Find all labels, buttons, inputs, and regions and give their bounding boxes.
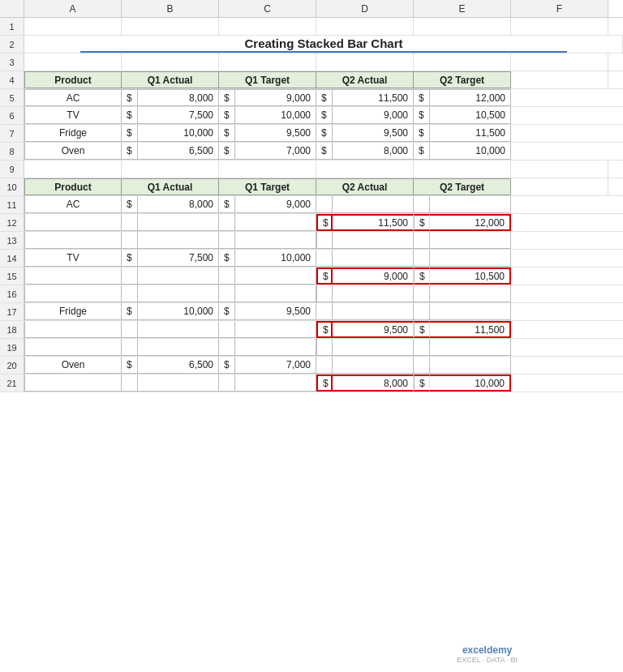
row-num-20: 20 [0, 357, 24, 375]
t2-oven-q2t-dollar: $ [414, 375, 430, 392]
t2-r2-q2a-val: 11,500 [333, 214, 414, 231]
row-13 [24, 232, 623, 250]
cell-f2 [428, 36, 526, 53]
cell-b3 [24, 54, 122, 71]
t1-r1-q1t-val: 9,000 [235, 89, 316, 106]
t2-tv-q2a-val: 9,000 [333, 268, 414, 285]
row-num-15: 15 [0, 268, 24, 285]
row-17: Fridge $ 10,000 $ 9,500 [24, 303, 623, 321]
cell-e1 [316, 18, 414, 35]
col-header-f: F [511, 0, 608, 17]
t1-header-q1t: Q1 Target [219, 71, 316, 88]
t1-r2-q1t-dollar: $ [219, 107, 235, 124]
col-header-b: B [122, 0, 219, 17]
row-2: Creating Stacked Bar Chart [24, 36, 623, 54]
watermark: exceldemy EXCEL · DATA · BI [457, 644, 518, 664]
t2-header-q2a: Q2 Actual [316, 178, 414, 195]
t2-tv-q2t-val: 10,500 [430, 268, 511, 285]
row-num-17: 17 [0, 303, 24, 321]
cell-e3 [316, 54, 414, 71]
t2-oven-q2a-val: 8,000 [333, 375, 414, 392]
t2-tv-q2t-dollar: $ [414, 268, 430, 285]
cell-f3 [414, 54, 511, 71]
cell-c1 [122, 18, 219, 35]
cell-b1 [24, 18, 122, 35]
t2-fridge-product: Fridge [24, 303, 122, 320]
cell-b2 [24, 36, 136, 53]
t1-r1-q2t-dollar: $ [414, 89, 430, 106]
row-num-6: 6 [0, 107, 24, 125]
t1-r1-q2a-val: 11,500 [333, 89, 414, 106]
t1-r1-q1a-dollar: $ [122, 89, 138, 106]
watermark-brand: exceldemy [457, 644, 518, 656]
row-19 [24, 339, 623, 357]
t1-r1-q1a-val: 8,000 [138, 89, 219, 106]
t2-oven-product: Oven [24, 357, 122, 374]
t1-r1-q1t-dollar: $ [219, 89, 235, 106]
row-21: $ 8,000 $ 10,000 [24, 375, 623, 392]
row-numbers: 1 2 3 4 5 6 7 8 9 10 11 12 13 14 15 16 1… [0, 18, 24, 392]
row-num-9: 9 [0, 161, 24, 178]
row-num-11: 11 [0, 196, 24, 214]
row-5: AC $ 8,000 $ 9,000 $ 11,500 $ 12,000 [24, 89, 623, 107]
cell-c2 [136, 36, 234, 53]
row-num-18: 18 [0, 321, 24, 339]
t1-r2-q1a-val: 7,500 [138, 107, 219, 124]
row-num-13: 13 [0, 232, 24, 250]
row-num-21: 21 [0, 375, 24, 392]
t2-header-q2t: Q2 Target [414, 178, 511, 195]
row-3 [24, 54, 623, 71]
row-6: TV $ 7,500 $ 10,000 $ 9,000 $ 10,500 [24, 107, 623, 125]
cell-d2 [234, 36, 331, 53]
col-header-c: C [219, 0, 316, 17]
column-headers: A B C D E F [0, 0, 623, 18]
col-header-e: E [414, 0, 511, 17]
t1-r2-q1a-dollar: $ [122, 107, 138, 124]
t2-fridge-q2a-val: 9,500 [333, 321, 414, 338]
row-num-16: 16 [0, 285, 24, 303]
row-num-19: 19 [0, 339, 24, 357]
t1-header-q2t: Q2 Target [414, 71, 511, 88]
row-8: Oven $ 6,500 $ 7,000 $ 8,000 $ 10,000 [24, 143, 623, 161]
t2-fridge-q2a-dollar: $ [316, 321, 333, 338]
col-header-d: D [316, 0, 414, 17]
row-num-7: 7 [0, 125, 24, 143]
t2-r2-q2a-dollar: $ [316, 214, 333, 231]
row-14: TV $ 7,500 $ 10,000 [24, 250, 623, 268]
row-4-header: Product Q1 Actual Q1 Target Q2 Actual Q2… [24, 71, 623, 89]
row-num-4: 4 [0, 71, 24, 89]
row-num-2: 2 [0, 36, 24, 54]
col-header-a: A [24, 0, 122, 17]
row-10-header: Product Q1 Actual Q1 Target Q2 Actual Q2… [24, 178, 623, 196]
cells-area: Creating Stacked Bar Chart Product Q1 Ac… [24, 18, 623, 392]
t1-r1-product: AC [24, 89, 122, 106]
t2-fridge-q2t-dollar: $ [414, 321, 430, 338]
row-12: $ 11,500 $ 12,000 [24, 214, 623, 232]
row-num-5: 5 [0, 89, 24, 107]
spreadsheet: A B C D E F 1 2 3 4 5 6 7 8 9 10 11 12 1… [0, 0, 623, 672]
cell-g10 [511, 178, 608, 195]
t2-r1-product: AC [24, 196, 122, 213]
t2-header-q1a: Q1 Actual [122, 178, 219, 195]
row-num-3: 3 [0, 54, 24, 71]
cell-c3 [122, 54, 219, 71]
cell-d3 [219, 54, 316, 71]
t1-r1-q2a-dollar: $ [316, 89, 333, 106]
row-num-14: 14 [0, 250, 24, 268]
t2-r2-q2t-val: 12,000 [430, 214, 511, 231]
corner-header [0, 0, 24, 17]
row-11: AC $ 8,000 $ 9,000 [24, 196, 623, 214]
t1-r2-q2a-dollar: $ [316, 107, 333, 124]
t1-header-q1a: Q1 Actual [122, 71, 219, 88]
row-16 [24, 285, 623, 303]
t1-r2-product: TV [24, 107, 122, 124]
cell-g3 [511, 54, 608, 71]
t1-r2-q2a-val: 9,000 [333, 107, 414, 124]
cell-g2 [526, 36, 623, 53]
t1-r2-q1t-val: 10,000 [235, 107, 316, 124]
row-num-10: 10 [0, 178, 24, 196]
cell-g1 [511, 18, 608, 35]
t2-tv-q2a-dollar: $ [316, 268, 333, 285]
t2-header-product: Product [24, 178, 122, 195]
row-num-1: 1 [0, 18, 24, 36]
